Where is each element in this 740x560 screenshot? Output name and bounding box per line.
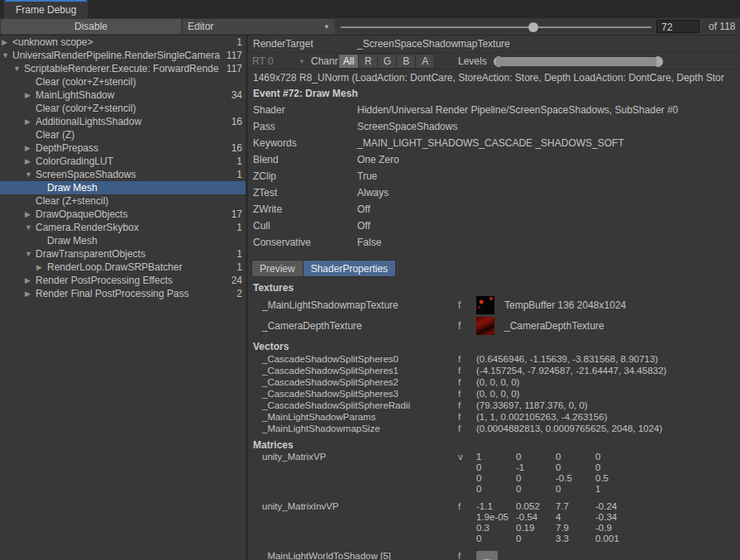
tab-preview[interactable]: Preview <box>251 260 303 277</box>
event-number-input[interactable]: 72 <box>656 20 699 33</box>
tree-row[interactable]: ▼ScriptableRenderer.Execute: ForwardRend… <box>0 62 246 75</box>
tree-row[interactable]: ▶DepthPrepass16 <box>0 141 246 155</box>
disclosure-triangle-icon[interactable]: ▶ <box>25 274 36 287</box>
expand-matrix-button[interactable]: ... <box>476 551 498 560</box>
tree-row[interactable]: ▶<unknown scope>1 <box>0 36 246 49</box>
matrix-cell: 7.7 <box>556 501 595 512</box>
property-row: CullOff <box>248 218 740 234</box>
textures-section-title: Textures <box>248 282 740 294</box>
disclosure-triangle-icon[interactable]: ▶ <box>25 141 36 155</box>
matrix-cell: -0.34 <box>595 512 635 523</box>
property-value: True <box>357 170 377 182</box>
tree-item-label: Clear (Z+stencil) <box>36 195 229 207</box>
matrix-cell: 0.001 <box>595 534 635 544</box>
tree-item-label: Render Final PostProcessing Pass <box>36 288 229 299</box>
disclosure-triangle-icon[interactable]: ▶ <box>2 36 12 49</box>
matrix-cell: -0.5 <box>556 473 595 484</box>
disclosure-triangle-icon[interactable]: ▶ <box>25 155 36 168</box>
disclosure-triangle-icon[interactable]: ▼ <box>2 49 12 62</box>
tree-item-count: 2 <box>236 287 242 300</box>
tree-row[interactable]: ▼ScreenSpaceShadows1 <box>0 168 246 181</box>
disclosure-triangle-icon[interactable]: ▶ <box>25 89 36 102</box>
matrix-row: unity_MatrixInvVPf-1.10.0527.7-0.241.9e-… <box>248 501 740 544</box>
matrix-cell: 7.9 <box>556 523 595 534</box>
disclosure-triangle-icon[interactable]: ▼ <box>25 247 36 261</box>
matrix-cell: 1 <box>595 484 635 495</box>
vector-name: _CascadeShadowSplitSpheres3 <box>248 389 458 399</box>
value-type: f <box>458 366 476 376</box>
tree-item-count: 1 <box>236 247 242 261</box>
disclosure-triangle-icon[interactable]: ▶ <box>36 261 47 274</box>
property-row: ShaderHidden/Universal Render Pipeline/S… <box>248 102 740 118</box>
tree-row[interactable]: Draw Mesh <box>0 234 246 247</box>
tree-row[interactable]: ▼Camera.RenderSkybox1 <box>0 221 246 234</box>
matrix-row: _MainLightWorldToShadow [5]f... <box>248 551 740 560</box>
tree-item-count: 24 <box>232 274 242 287</box>
matrix-name: _MainLightWorldToShadow [5] <box>248 551 458 560</box>
tab-frame-debug[interactable]: Frame Debug <box>4 0 88 18</box>
tree-item-label: Camera.RenderSkybox <box>36 222 229 233</box>
disclosure-triangle-icon[interactable]: ▶ <box>25 287 36 300</box>
tree-row[interactable]: ▶AdditionalLightsShadow16 <box>0 115 246 128</box>
matrix-cell: 0.19 <box>516 523 556 534</box>
tree-row[interactable]: ▶Render Final PostProcessing Pass2 <box>0 287 246 300</box>
disclosure-triangle-icon[interactable]: ▼ <box>25 168 36 181</box>
render-target-value: _ScreenSpaceShadowmapTexture <box>357 38 510 50</box>
target-dropdown[interactable]: Editor ▼ <box>183 19 335 34</box>
disclosure-triangle-icon[interactable]: ▶ <box>25 208 36 221</box>
matrix-cell: 0 <box>556 484 595 495</box>
channel-button-b[interactable]: B <box>396 54 416 69</box>
event-slider-track[interactable] <box>341 26 652 28</box>
disclosure-triangle-icon[interactable]: ▼ <box>25 221 36 234</box>
channel-button-r[interactable]: R <box>358 54 378 69</box>
value-type: f <box>458 320 476 332</box>
value-type: f <box>458 299 476 311</box>
event-title: Event #72: Draw Mesh <box>248 86 740 102</box>
vector-row: _CascadeShadowSplitSpheres1f(-4.157254, … <box>248 365 740 376</box>
disclosure-triangle-icon[interactable]: ▶ <box>25 115 36 128</box>
tree-item-label: Render PostProcessing Effects <box>36 275 229 286</box>
tree-row[interactable]: ▶DrawOpaqueObjects17 <box>0 208 246 221</box>
tree-item-label: DepthPrepass <box>36 142 229 154</box>
value-type: f <box>458 412 476 422</box>
frame-debugger-window: Frame Debug Disable Editor ▼ 72 of 118 ▶… <box>0 0 740 560</box>
tree-row[interactable]: ▶ColorGradingLUT1 <box>0 155 246 168</box>
tree-row[interactable]: ▶Render PostProcessing Effects24 <box>0 274 246 287</box>
tree-row[interactable]: Clear (Z) <box>0 128 246 141</box>
matrix-cell: 0 <box>516 473 556 484</box>
texture-thumbnail-depth <box>476 317 494 335</box>
vector-value: (0, 0, 0, 0) <box>476 377 519 387</box>
value-type: f <box>458 424 476 433</box>
levels-range-fill <box>496 57 661 66</box>
window-tab-bar: Frame Debug <box>0 0 740 18</box>
levels-max-handle[interactable] <box>656 56 663 67</box>
tree-row[interactable]: ▶MainLightShadow34 <box>0 89 246 102</box>
matrix-cell: 0 <box>516 484 556 495</box>
property-label: Blend <box>248 154 357 165</box>
matrix-cell: 0 <box>595 452 635 462</box>
channel-button-a[interactable]: A <box>415 54 435 69</box>
channel-button-all[interactable]: All <box>338 54 359 69</box>
channel-button-g[interactable]: G <box>377 54 397 69</box>
tree-row[interactable]: ▼DrawTransparentObjects1 <box>0 247 246 261</box>
tab-shaderproperties[interactable]: ShaderProperties <box>303 260 396 277</box>
matrix-cell: 0 <box>556 452 595 462</box>
tree-row[interactable]: ▶RenderLoop.DrawSRPBatcher1 <box>0 261 246 274</box>
disable-button[interactable]: Disable <box>1 19 181 34</box>
tree-row[interactable]: Clear (color+Z+stencil) <box>0 75 246 89</box>
matrix-line: -1.10.0527.7-0.24 <box>476 501 635 512</box>
tree-row[interactable]: Draw Mesh <box>0 181 246 194</box>
disclosure-triangle-icon[interactable]: ▼ <box>13 62 24 75</box>
matrix-cell: 0 <box>476 534 516 544</box>
event-slider-handle[interactable] <box>528 22 538 32</box>
value-type: f <box>458 551 476 560</box>
matrices-section-title: Matrices <box>248 439 740 452</box>
rt-index-dropdown[interactable]: RT 0 ▼ <box>252 55 305 68</box>
matrix-cell: -1 <box>516 462 556 473</box>
matrix-cell: 4 <box>556 512 595 523</box>
tree-row[interactable]: ▼UniversalRenderPipeline.RenderSingleCam… <box>0 49 246 62</box>
vector-row: _CascadeShadowSplitSpheres3f(0, 0, 0, 0) <box>248 388 740 400</box>
levels-minmax-slider[interactable] <box>494 56 663 67</box>
tree-row[interactable]: Clear (Z+stencil) <box>0 194 246 208</box>
tree-row[interactable]: Clear (color+Z+stencil) <box>0 102 246 115</box>
